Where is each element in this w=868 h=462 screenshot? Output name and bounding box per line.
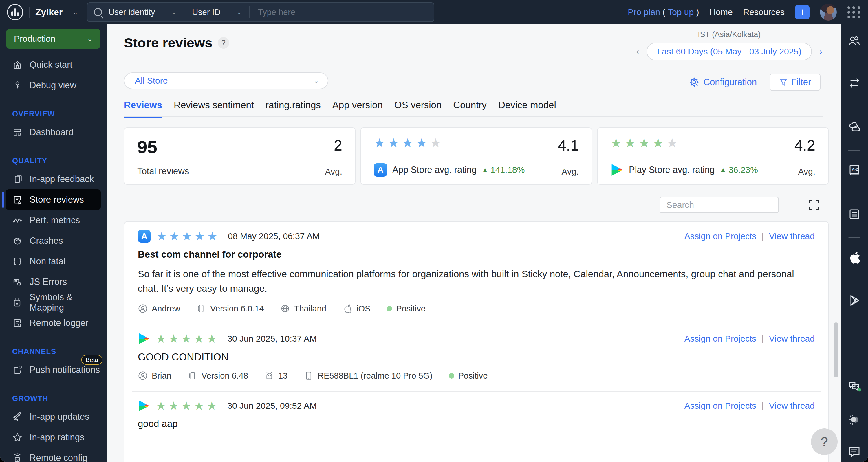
sidebar-section-overview: OVERVIEW [0,110,106,118]
sidebar-item-perf-metrics[interactable]: Perf. metrics [6,210,101,230]
date-range-block: IST (Asia/Kolkata) ‹ Last 60 Days (05 Ma… [636,30,822,61]
view-thread-link[interactable]: View thread [769,401,815,411]
sidebar-item-remote-config[interactable]: Remote config [6,448,101,462]
title-help-icon[interactable]: ? [218,37,229,49]
review-search-input[interactable] [659,197,779,213]
chat-icon[interactable] [847,379,862,394]
sidebar-item-dashboard[interactable]: Dashboard [6,122,101,143]
theme-toggle-icon[interactable] [847,413,861,427]
sidebar-item-crashes[interactable]: Crashes [6,230,101,251]
apple-icon[interactable] [847,250,862,265]
assign-on-projects-link[interactable]: Assign on Projects [684,231,756,241]
assign-on-projects-link[interactable]: Assign on Projects [684,334,756,344]
scrollbar-thumb[interactable] [834,322,838,377]
docs-icon[interactable] [847,207,861,221]
pulse-icon [12,215,23,225]
chevron-down-icon[interactable]: ⌄ [237,9,242,16]
divider [29,7,30,18]
brand-name[interactable]: Zylker [35,7,63,18]
assign-on-projects-link[interactable]: Assign on Projects [684,401,756,411]
tab-app-version[interactable]: App version [332,100,383,118]
remote-config-icon [12,453,23,462]
sidebar-item-in-app-updates[interactable]: In-app updates [6,406,101,427]
tab-os-version[interactable]: OS version [394,100,441,118]
chevron-down-icon[interactable]: ⌄ [72,8,78,16]
push-notifications-icon [12,365,23,375]
review-item: ★★★★★ 30 Jun 2025, 09:52 AM Assign on Pr… [138,392,815,429]
sidebar-item-symbols-mapping[interactable]: Symbols & Mapping [6,292,101,313]
search-input[interactable] [258,7,427,17]
store-filter-select[interactable]: All Store ⌄ [124,72,328,89]
page-title-text: Store reviews [124,35,213,51]
plan-info[interactable]: Pro plan ( Top up ) [628,7,699,17]
view-thread-link[interactable]: View thread [769,334,815,344]
configuration-link[interactable]: Configuration [689,77,757,87]
environment-select[interactable]: Production ⌄ [6,29,100,49]
tab-reviews-sentiment[interactable]: Reviews sentiment [174,100,254,118]
clouds-icon[interactable] [847,120,861,134]
next-range-icon[interactable]: › [819,47,822,57]
filter-button[interactable]: Filter [770,73,820,91]
review-date: 08 May 2025, 06:37 AM [228,231,320,241]
rating-stars: ★★★★★ [156,230,220,242]
sidebar-item-non-fatal[interactable]: Non fatal [6,251,101,272]
sidebar-item-label: JS Errors [30,277,67,287]
tab-device-model[interactable]: Device model [498,100,556,118]
users-icon[interactable] [848,35,861,48]
app-store-rating-card: ★★★★★ A App Store avg. rating ▲141.18% 4… [361,127,592,185]
sidebar-item-label: Push notifications [30,365,100,375]
sidebar-item-in-app-feedback[interactable]: In-app feedback [6,169,101,189]
feedback-icon[interactable] [847,444,861,459]
sidebar-item-in-app-ratings[interactable]: In-app ratings [6,427,101,448]
avatar[interactable] [820,4,837,21]
tab-country[interactable]: Country [453,100,487,118]
search-scope-select[interactable]: User identity [108,7,155,17]
help-button[interactable]: ? [811,428,838,455]
view-thread-link[interactable]: View thread [769,231,815,241]
sidebar-item-push-notifications[interactable]: Push notifications Beta [6,360,101,380]
top-up-link[interactable]: Top up [668,7,694,17]
sidebar-item-debug-view[interactable]: Debug view [6,75,101,95]
stats-row: 95 Total reviews 2 Avg. ★★★★★ A App Stor… [124,127,829,185]
resources-link[interactable]: Resources [743,7,785,17]
rating-stars: ★★★★★ [156,400,219,412]
chevron-down-icon[interactable]: ⌄ [172,9,177,16]
home-link[interactable]: Home [710,7,733,17]
sidebar-item-js-errors[interactable]: JS Errors [6,272,101,292]
app-store-avg-value: 4.1 [558,136,579,154]
review-item: A ★★★★★ 08 May 2025, 06:37 AM Assign on … [138,222,815,325]
divider [184,6,184,18]
apps-grid-icon[interactable] [847,5,861,19]
sidebar-item-quick-start[interactable]: Quick start [6,54,101,75]
avg-label: Avg. [562,167,579,177]
remote-logger-icon [12,318,23,328]
apptics-logo-icon[interactable] [7,4,23,20]
prev-range-icon[interactable]: ‹ [636,47,639,57]
sidebar: Production ⌄ Quick start Debug view OVER… [0,24,106,462]
add-button[interactable]: + [795,5,809,20]
sidebar-item-label: Crashes [30,236,63,246]
sidebar-item-store-reviews[interactable]: Store reviews [6,189,101,210]
play-store-rating-card: ★★★★★ Play Store avg. rating ▲36.23% 4.2… [597,127,829,185]
sidebar-section-quality: QUALITY [0,156,106,165]
topbar-right: Pro plan ( Top up ) Home Resources + [628,4,868,21]
transfer-icon[interactable] [848,76,861,90]
glossary-icon[interactable]: A-Z [847,163,861,177]
fullscreen-icon[interactable] [807,198,821,212]
app-window: Zylker ⌄ User identity ⌄ User ID ⌄ Pro p… [0,0,868,462]
avg-label: Avg. [798,167,815,177]
global-search-bar[interactable]: User identity ⌄ User ID ⌄ [87,2,434,22]
play-store-icon[interactable] [847,294,861,307]
play-store-icon [138,333,150,345]
date-range-picker[interactable]: Last 60 Days (05 May - 03 July 2025) [647,42,812,61]
sidebar-item-remote-logger[interactable]: Remote logger [6,313,101,333]
divider [848,237,861,238]
home-icon [12,60,23,70]
search-field-select[interactable]: User ID [192,7,220,17]
review-app-version: Version 6.0.14 [196,304,264,313]
symbols-mapping-icon [12,297,23,308]
play-store-avg-value: 4.2 [795,136,815,154]
tab-reviews[interactable]: Reviews [124,100,162,118]
tab-rating-ratings[interactable]: rating.ratings [266,100,321,118]
device-icon [304,371,314,381]
